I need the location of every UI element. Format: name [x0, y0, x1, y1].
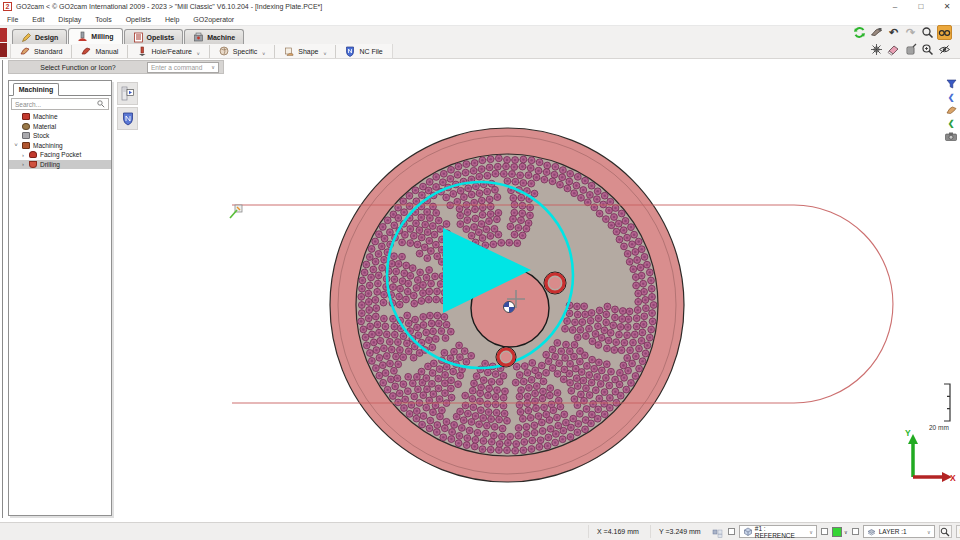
nc-file-button[interactable]: NC File	[335, 45, 391, 58]
shape-label: Shape	[298, 48, 318, 55]
hole-feature-icon	[137, 46, 147, 56]
machining-tree: Machine Material Stock ˅Machining ›Facin…	[9, 112, 111, 169]
color-picker[interactable]: ∨	[832, 527, 848, 537]
menu-display[interactable]: Display	[51, 16, 88, 23]
stock-node-icon	[22, 132, 30, 139]
reference-cube-icon	[743, 527, 752, 536]
expand-chevron-icon[interactable]: ›	[20, 152, 26, 158]
shape-dropdown[interactable]: ˅	[323, 51, 326, 57]
color-checkbox[interactable]	[821, 528, 828, 535]
tab-milling[interactable]: Milling	[68, 28, 122, 44]
axis-x-label: X	[950, 473, 956, 483]
right-tool-strip: ❮ ❮	[944, 78, 958, 142]
maximize-button[interactable]: □	[908, 0, 934, 13]
machine-node-icon	[22, 113, 30, 120]
tab-opelists[interactable]: Opelists	[124, 29, 184, 44]
menu-help[interactable]: Help	[158, 16, 186, 23]
manual-label: Manual	[95, 48, 118, 55]
cursor-y-coordinate: Y =3.249 mm	[650, 525, 712, 538]
simulation-button[interactable]	[117, 82, 138, 105]
hand-tool-icon[interactable]	[944, 104, 958, 116]
menu-bar: File Edit Display Tools Opelists Help GO…	[0, 13, 960, 26]
specific-dropdown[interactable]: ˅	[262, 51, 265, 57]
cad-viewport[interactable]: 20 mm Y X	[0, 59, 960, 522]
reference-select[interactable]: #1 : REFERENCE ∨	[739, 525, 817, 538]
hole-feature-dropdown[interactable]: ˅	[197, 51, 200, 57]
shape-button[interactable]: Shape ˅	[274, 45, 335, 58]
milling-toolbar: Standard Manual Hole/Feature ˅ Specific …	[10, 44, 393, 59]
tree-item-facing-pocket[interactable]: ›Facing Pocket	[9, 150, 111, 160]
layer-select[interactable]: LAYER :1 ∨	[863, 525, 935, 538]
workplane-grid-icon[interactable]	[712, 526, 724, 538]
machining-node-icon	[22, 142, 30, 149]
tree-item-machine[interactable]: Machine	[9, 112, 111, 122]
chevron-down-icon: ∨	[809, 529, 813, 535]
specific-button[interactable]: Specific ˅	[209, 45, 274, 58]
view-glasses-icon[interactable]	[937, 25, 952, 40]
collapse-chevron-icon[interactable]: ˅	[13, 142, 19, 148]
reference-checkbox[interactable]	[728, 528, 735, 535]
cad-drawing[interactable]: 20 mm Y X	[0, 59, 960, 522]
tree-item-machining[interactable]: ˅Machining	[9, 141, 111, 151]
filter-icon[interactable]	[944, 78, 958, 90]
close-button[interactable]: ✕	[934, 0, 960, 13]
layer-value: LAYER :1	[879, 528, 907, 535]
standard-hand-icon	[20, 46, 30, 56]
delete-elements-icon[interactable]	[903, 42, 918, 57]
hide-entities-icon[interactable]	[937, 42, 952, 57]
manual-button[interactable]: Manual	[71, 45, 127, 58]
ribbon-red-accent-top	[0, 28, 7, 42]
status-bar: X =4.169 mm Y =3.249 mm #1 : REFERENCE ∨…	[0, 522, 960, 540]
tree-item-drilling[interactable]: ›Drilling	[9, 160, 111, 170]
collapse-left-green-icon[interactable]: ❮	[944, 117, 958, 129]
minimize-button[interactable]: –	[882, 0, 908, 13]
layer-icon	[867, 527, 876, 536]
expand-chevron-icon[interactable]: ›	[20, 161, 26, 167]
tree-search-input[interactable]: Search...	[11, 98, 109, 110]
simulation-icon	[121, 86, 134, 101]
tree-item-drilling-label: Drilling	[40, 161, 60, 168]
tree-item-stock[interactable]: Stock	[9, 131, 111, 141]
tab-milling-label: Milling	[91, 33, 113, 40]
properties-button[interactable]: P	[956, 525, 960, 538]
nc-output-button[interactable]	[117, 107, 138, 130]
layer-checkbox[interactable]	[852, 528, 859, 535]
current-color-swatch	[832, 527, 842, 537]
machine-icon	[193, 32, 204, 43]
tab-machine-label: Machine	[207, 34, 235, 41]
tab-design[interactable]: Design	[12, 29, 67, 44]
standard-button[interactable]: Standard	[11, 45, 71, 58]
nc-shield-blue-icon	[122, 112, 134, 126]
tree-item-material[interactable]: Material	[9, 122, 111, 132]
tree-item-material-label: Material	[33, 123, 56, 130]
specific-icon	[219, 46, 229, 56]
snapshot-icon[interactable]	[944, 130, 958, 142]
redo-icon[interactable]: ↷	[903, 25, 918, 40]
title-bar: 2 GO2cam < © GO2cam International 2009 -…	[0, 0, 960, 13]
zoom-extents-button[interactable]	[939, 525, 952, 538]
menu-edit[interactable]: Edit	[25, 16, 51, 23]
tab-machine[interactable]: Machine	[184, 29, 244, 44]
menu-file[interactable]: File	[0, 16, 25, 23]
zoom-window-icon[interactable]	[920, 42, 935, 57]
search-placeholder: Search...	[15, 101, 41, 108]
menu-go2operator[interactable]: GO2operator	[186, 16, 241, 23]
menu-tools[interactable]: Tools	[88, 16, 118, 23]
eraser-icon[interactable]	[886, 42, 901, 57]
collapse-left-blue-icon[interactable]: ❮	[944, 91, 958, 103]
regenerate-icon[interactable]	[852, 25, 867, 40]
manual-hand-icon	[81, 46, 91, 56]
zoom-icon[interactable]	[920, 25, 935, 40]
hole-feature-button[interactable]: Hole/Feature ˅	[127, 45, 208, 58]
measure-hand-icon[interactable]	[869, 25, 884, 40]
tree-item-machine-label: Machine	[33, 113, 58, 120]
undo-icon[interactable]: ↶	[886, 25, 901, 40]
machining-tab[interactable]: Machining	[13, 83, 59, 96]
chevron-down-icon: ∨	[927, 529, 931, 535]
hole-feature-label: Hole/Feature	[151, 48, 191, 55]
selection-web-icon[interactable]	[869, 42, 884, 57]
machining-tree-panel: Machining Search... Machine Material Sto…	[8, 80, 112, 516]
facing-pocket-node-icon	[29, 151, 37, 158]
list-icon	[133, 32, 144, 43]
menu-opelists[interactable]: Opelists	[119, 16, 158, 23]
